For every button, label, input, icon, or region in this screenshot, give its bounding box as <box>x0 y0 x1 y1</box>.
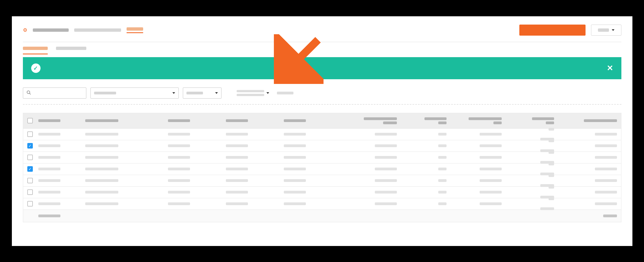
cell <box>85 191 118 194</box>
tab-2[interactable] <box>56 46 86 54</box>
filter-select-1[interactable] <box>90 88 179 99</box>
cell <box>549 163 554 165</box>
cell <box>226 156 248 159</box>
primary-action-button[interactable] <box>519 25 586 36</box>
cell <box>38 133 60 136</box>
secondary-dropdown-button[interactable] <box>591 25 621 36</box>
cell <box>480 202 502 205</box>
data-table: ✓ ✓ <box>23 113 621 222</box>
chevron-down-icon <box>172 92 175 94</box>
top-navigation: ⚙ <box>23 25 621 41</box>
cell <box>168 144 190 147</box>
table-row[interactable] <box>23 152 621 163</box>
cell <box>284 156 306 159</box>
cell <box>438 133 447 136</box>
cell <box>226 144 248 147</box>
row-checkbox[interactable]: ✓ <box>27 166 33 172</box>
check-circle-icon: ✓ <box>31 63 41 73</box>
nav-item-1[interactable] <box>33 28 69 32</box>
filter-select-2[interactable] <box>183 88 221 99</box>
cell <box>284 144 306 147</box>
dropdown-label <box>598 28 609 32</box>
cell <box>284 133 306 136</box>
table-row[interactable]: ✓ <box>23 163 621 175</box>
cell <box>549 197 554 200</box>
column-header[interactable] <box>469 117 502 120</box>
cell <box>549 174 554 177</box>
close-icon[interactable]: ✕ <box>607 63 613 73</box>
chevron-down-icon <box>612 29 614 31</box>
column-header[interactable] <box>364 117 397 120</box>
cell <box>480 179 502 182</box>
row-checkbox[interactable] <box>27 178 33 183</box>
cell <box>480 168 502 170</box>
cell <box>438 202 447 205</box>
cell <box>284 179 306 182</box>
row-checkbox[interactable] <box>27 131 33 137</box>
cell <box>595 168 617 170</box>
table-header-row <box>23 113 621 128</box>
row-checkbox[interactable] <box>27 155 33 160</box>
cell <box>480 144 502 147</box>
row-checkbox[interactable] <box>27 189 33 195</box>
footer-text <box>38 215 60 217</box>
cell <box>438 144 447 147</box>
search-field[interactable] <box>33 91 83 95</box>
cell <box>549 128 554 131</box>
success-banner: ✓ ✕ <box>23 57 621 79</box>
column-header[interactable] <box>85 119 118 122</box>
cell <box>85 144 118 147</box>
cell <box>438 168 447 170</box>
cell <box>375 191 397 194</box>
cell <box>595 156 617 159</box>
table-row[interactable] <box>23 198 621 210</box>
cell <box>375 179 397 182</box>
cell <box>85 156 118 159</box>
gear-icon[interactable]: ⚙ <box>23 28 27 33</box>
svg-line-1 <box>30 93 31 94</box>
cell <box>375 144 397 147</box>
cell <box>480 156 502 159</box>
cell <box>226 168 248 170</box>
nav-item-3-active[interactable] <box>127 27 143 33</box>
row-checkbox[interactable]: ✓ <box>27 143 33 149</box>
search-icon <box>26 90 31 96</box>
cell <box>38 144 60 147</box>
table-row[interactable] <box>23 186 621 198</box>
cell <box>38 179 60 182</box>
table-row[interactable] <box>23 128 621 140</box>
cell <box>549 186 554 189</box>
cell <box>38 202 60 205</box>
filter-bar <box>23 79 621 104</box>
filter-meta <box>237 90 293 96</box>
column-header[interactable] <box>168 119 190 122</box>
cell <box>549 139 554 142</box>
cell <box>284 202 306 205</box>
cell <box>438 179 447 182</box>
nav-item-2[interactable] <box>74 28 121 32</box>
footer-text <box>603 215 617 217</box>
cell <box>168 168 190 170</box>
cell <box>375 133 397 136</box>
column-header[interactable] <box>584 119 617 122</box>
cell <box>480 191 502 194</box>
column-header[interactable] <box>532 117 554 120</box>
row-checkbox[interactable] <box>27 201 33 207</box>
cell <box>595 191 617 194</box>
table-row[interactable]: ✓ <box>23 140 621 152</box>
table-row[interactable] <box>23 175 621 186</box>
tab-1[interactable] <box>23 46 48 54</box>
column-header[interactable] <box>38 119 60 122</box>
column-header[interactable] <box>226 119 248 122</box>
cell <box>480 133 502 136</box>
select-all-checkbox[interactable] <box>27 118 33 123</box>
cell <box>438 156 447 159</box>
cell <box>540 207 554 210</box>
cell <box>284 168 306 170</box>
cell <box>375 168 397 170</box>
column-header[interactable] <box>284 119 306 122</box>
column-header[interactable] <box>424 117 447 120</box>
cell <box>85 202 118 205</box>
search-input[interactable] <box>23 88 86 99</box>
chevron-down-icon[interactable] <box>266 92 269 94</box>
